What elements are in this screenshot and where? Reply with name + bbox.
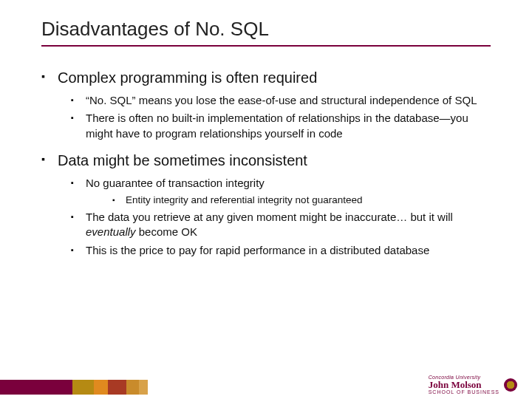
- slide-content: Disadvantages of No. SQL Complex program…: [0, 0, 532, 258]
- logo-text: Concordia University John Molson SCHOOL …: [429, 375, 499, 395]
- bullet-subsublist: Entity integrity and referential integri…: [86, 194, 491, 207]
- footer-stripe-decoration: [0, 380, 148, 395]
- slide-footer: Concordia University John Molson SCHOOL …: [0, 371, 532, 399]
- bullet-lvl2: “No. SQL” means you lose the ease-of-use…: [58, 93, 491, 108]
- bullet-lvl3: Entity integrity and referential integri…: [86, 194, 491, 207]
- school-logo: Concordia University John Molson SCHOOL …: [429, 375, 517, 395]
- bullet-text: Data might be sometimes inconsistent: [58, 152, 307, 168]
- bullet-text: Complex programming is often required: [58, 69, 317, 86]
- bullet-text-part: The data you retrieve at any given momen…: [86, 211, 453, 223]
- bullet-text-part: become OK: [136, 225, 197, 238]
- bullet-text: No guarantee of transaction integrity: [86, 177, 265, 189]
- logo-subtitle: SCHOOL OF BUSINESS: [429, 389, 499, 395]
- bullet-lvl2: The data you retrieve at any given momen…: [58, 210, 491, 240]
- bullet-list: Complex programming is often required “N…: [41, 69, 491, 258]
- bullet-text-emphasis: eventually: [86, 225, 136, 238]
- slide-title: Disadvantages of No. SQL: [41, 18, 491, 47]
- bullet-sublist: “No. SQL” means you lose the ease-of-use…: [58, 93, 491, 141]
- bullet-lvl1: Complex programming is often required “N…: [41, 69, 491, 141]
- logo-seal-icon: [504, 378, 517, 392]
- bullet-sublist: No guarantee of transaction integrity En…: [58, 176, 491, 258]
- logo-name: John Molson: [429, 380, 499, 389]
- bullet-lvl1: Data might be sometimes inconsistent No …: [41, 151, 491, 258]
- bullet-lvl2: There is often no built-in implementatio…: [58, 111, 491, 141]
- bullet-lvl2: This is the price to pay for rapid perfo…: [58, 243, 491, 258]
- bullet-lvl2: No guarantee of transaction integrity En…: [58, 176, 491, 207]
